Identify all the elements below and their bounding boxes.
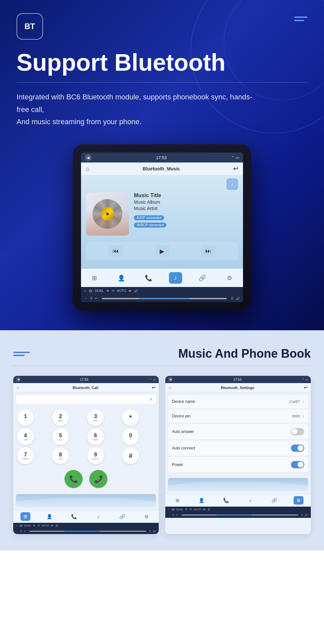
call-bnav-apps[interactable]: ⊞ bbox=[20, 512, 30, 521]
settings-progress-bar[interactable] bbox=[182, 515, 298, 516]
bnav-profile[interactable]: 👤 bbox=[115, 272, 128, 284]
auto-connect-toggle[interactable] bbox=[291, 445, 304, 452]
nav-home-icon[interactable]: ⌂ bbox=[86, 165, 90, 172]
album-art bbox=[86, 193, 129, 235]
play-button[interactable]: ▶ bbox=[155, 245, 170, 257]
dial-key-8[interactable]: 8TUV bbox=[52, 447, 69, 464]
badge-avrcp: AVRCP connected bbox=[134, 223, 166, 228]
settings-nav-back[interactable]: ↩ bbox=[304, 385, 307, 390]
settings-bnav-profile[interactable]: 👤 bbox=[197, 496, 207, 505]
call-status-time: 17:53 bbox=[22, 378, 146, 381]
power-toggle[interactable] bbox=[291, 461, 304, 468]
settings-row-auto-connect[interactable]: Auto connect bbox=[168, 441, 308, 456]
status-icons: ⌃ ▭ bbox=[231, 156, 239, 160]
settings-screen-device: ◀ 17:53 ⌃ ▭ ⌂ Bluetooth_Settings ↩ Devic… bbox=[165, 376, 311, 534]
dial-key-5[interactable]: 5JKL bbox=[52, 428, 69, 445]
call-search-bar[interactable]: ✕ bbox=[16, 395, 156, 404]
device-outer: ◀ 17:53 ⌃ ▭ ⌂ Bluetooth_Music ↩ ♪ bbox=[73, 144, 251, 310]
call-bnav-settings[interactable]: ⚙ bbox=[142, 512, 151, 521]
settings-status-back[interactable]: ◀ bbox=[168, 377, 173, 382]
section-title: Music And Phone Book bbox=[178, 347, 311, 361]
menu-icon[interactable] bbox=[294, 13, 307, 21]
dial-key-star[interactable]: * bbox=[122, 409, 139, 426]
settings-sys-bar-2: ← 0 ↵ 0 🔊 bbox=[165, 512, 311, 518]
dial-key-9[interactable]: 9WXYZ bbox=[87, 447, 104, 464]
device-name-value: CarBT bbox=[290, 400, 300, 404]
auto-answer-knob bbox=[292, 429, 298, 435]
auto-connect-label: Auto connect bbox=[172, 446, 291, 450]
bnav-music[interactable]: ♪ bbox=[169, 272, 182, 284]
dial-key-0[interactable]: 0+ bbox=[122, 428, 139, 445]
call-bottom-nav: ⊞ 👤 📞 ♪ 🔗 ⚙ bbox=[13, 510, 159, 523]
sys-dual: DUAL bbox=[95, 289, 104, 293]
call-nav-home[interactable]: ⌂ bbox=[17, 385, 19, 390]
bnav-settings[interactable]: ⚙ bbox=[223, 272, 236, 284]
bnav-link[interactable]: 🔗 bbox=[196, 272, 209, 284]
bnav-apps[interactable]: ⊞ bbox=[88, 272, 101, 284]
settings-row-auto-answer[interactable]: Auto answer bbox=[168, 424, 308, 440]
next-button[interactable]: ⏭ bbox=[201, 245, 216, 257]
section-divider bbox=[13, 366, 311, 366]
sys-snowflake[interactable]: ❄ bbox=[106, 289, 109, 293]
sys-sync[interactable]: ⇄ bbox=[129, 289, 131, 293]
dial-key-2[interactable]: 2ABC bbox=[52, 409, 69, 426]
prev-button[interactable]: ⏮ bbox=[108, 245, 123, 257]
device-screen: ◀ 17:53 ⌃ ▭ ⌂ Bluetooth_Music ↩ ♪ bbox=[81, 153, 243, 302]
settings-bnav-phone[interactable]: 📞 bbox=[221, 496, 231, 505]
settings-wave-bg bbox=[168, 478, 308, 491]
status-time: 17:53 bbox=[94, 155, 228, 160]
dial-key-hash[interactable]: # bbox=[122, 447, 139, 464]
call-bnav-link[interactable]: 🔗 bbox=[117, 512, 127, 521]
bottom-section: Music And Phone Book ◀ 17:53 ⌃⌃ ▭ ⌂ Blue… bbox=[0, 330, 324, 551]
settings-row-power[interactable]: Power bbox=[168, 457, 308, 473]
dial-key-1[interactable]: 1— bbox=[17, 409, 34, 426]
auto-answer-toggle[interactable] bbox=[291, 428, 304, 435]
status-back-button[interactable]: ◀ bbox=[85, 154, 92, 161]
settings-statusbar: ◀ 17:53 ⌃ ▭ bbox=[165, 376, 311, 383]
screen-statusbar: ◀ 17:53 ⌃ ▭ bbox=[81, 153, 243, 162]
music-content: ♪ Music Title bbox=[81, 175, 243, 268]
sys-power[interactable]: ⏻ bbox=[89, 289, 92, 293]
call-progress-bar[interactable] bbox=[29, 531, 146, 532]
call-screen-title: Bluetooth_Call bbox=[19, 386, 152, 390]
sys-home[interactable]: ⌂ bbox=[84, 289, 86, 293]
settings-row-device-pin[interactable]: Device pin 0000 › bbox=[168, 410, 308, 423]
power-label: Power bbox=[172, 462, 291, 467]
settings-navbar: ⌂ Bluetooth_Settings ↩ bbox=[165, 383, 311, 392]
call-bnav-music[interactable]: ♪ bbox=[93, 512, 103, 521]
hangup-button[interactable]: 📞 bbox=[89, 470, 107, 488]
album-person-overlay bbox=[86, 210, 129, 235]
dial-key-3[interactable]: 3DEF bbox=[87, 409, 104, 426]
call-search-clear[interactable]: ✕ bbox=[149, 397, 153, 402]
dial-key-4[interactable]: 4GHI bbox=[17, 428, 34, 445]
call-nav-back[interactable]: ↩ bbox=[152, 385, 155, 390]
settings-row-device-name[interactable]: Device name CarBT › bbox=[168, 395, 308, 409]
call-status-icons: ⌃⌃ ▭ bbox=[148, 378, 156, 381]
settings-bnav-music[interactable]: ♪ bbox=[245, 496, 255, 505]
dial-key-6[interactable]: 6MNO bbox=[87, 428, 104, 445]
settings-screen-title: Bluetooth_Settings bbox=[171, 386, 304, 390]
nav-back-icon[interactable]: ↩ bbox=[233, 165, 238, 172]
hero-header: BT bbox=[17, 13, 307, 40]
music-note-area: ♪ bbox=[86, 178, 238, 190]
settings-status-time: 17:53 bbox=[174, 378, 301, 381]
settings-bnav-settings[interactable]: ⚙ bbox=[294, 496, 304, 505]
dial-key-7[interactable]: 7PQRS bbox=[17, 447, 34, 464]
settings-bnav-link[interactable]: 🔗 bbox=[269, 496, 279, 505]
power-knob bbox=[298, 462, 304, 468]
note-button[interactable]: ♪ bbox=[226, 178, 238, 190]
call-bnav-phone[interactable]: 📞 bbox=[69, 512, 79, 521]
call-button[interactable]: 📞 bbox=[64, 470, 83, 488]
section-menu-icon[interactable] bbox=[13, 352, 30, 356]
bnav-phone[interactable]: 📞 bbox=[142, 272, 155, 284]
sys-ac[interactable]: ⟲ bbox=[112, 289, 114, 293]
sys-vol[interactable]: 🔊 bbox=[134, 289, 138, 293]
settings-bnav-apps[interactable]: ⊞ bbox=[173, 496, 182, 505]
settings-nav-home[interactable]: ⌂ bbox=[169, 385, 171, 390]
device-pin-value: 0000 bbox=[292, 414, 300, 418]
call-status-back[interactable]: ◀ bbox=[16, 377, 20, 382]
progress-bar[interactable] bbox=[102, 298, 227, 299]
screens-row: ◀ 17:53 ⌃⌃ ▭ ⌂ Bluetooth_Call ↩ ✕ 1— bbox=[13, 376, 311, 534]
screen-navbar: ⌂ Bluetooth_Music ↩ bbox=[81, 162, 243, 175]
call-bnav-profile[interactable]: 👤 bbox=[45, 512, 55, 521]
